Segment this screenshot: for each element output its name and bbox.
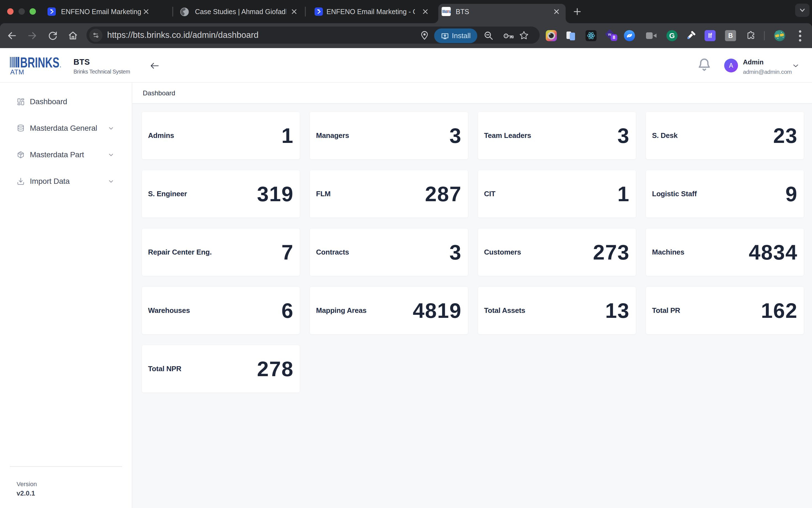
svg-text:S: S <box>448 10 451 14</box>
svg-text:BRINKS: BRINKS <box>20 57 59 68</box>
